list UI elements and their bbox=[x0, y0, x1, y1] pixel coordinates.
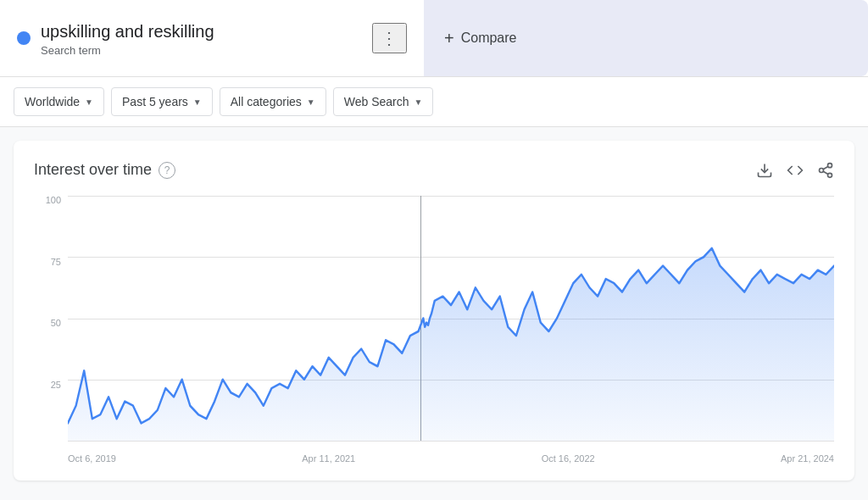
chevron-down-icon: ▼ bbox=[193, 97, 202, 107]
svg-point-2 bbox=[820, 168, 824, 172]
y-label-75: 75 bbox=[51, 258, 61, 267]
search-term-left: upskilling and reskilling Search term bbox=[17, 20, 214, 57]
download-button[interactable] bbox=[756, 162, 773, 179]
y-label-25: 25 bbox=[51, 381, 61, 390]
blue-dot-indicator bbox=[17, 31, 31, 45]
chevron-down-icon: ▼ bbox=[85, 97, 93, 107]
search-term-type: Search term bbox=[41, 44, 214, 57]
chevron-down-icon: ▼ bbox=[414, 97, 422, 107]
x-label-1: Oct 6, 2019 bbox=[68, 453, 116, 464]
x-label-3: Oct 16, 2022 bbox=[542, 453, 595, 464]
filter-time-label: Past 5 years bbox=[122, 95, 188, 108]
filter-search-type[interactable]: Web Search ▼ bbox=[333, 87, 434, 116]
share-button[interactable] bbox=[817, 162, 834, 179]
filter-region-label: Worldwide bbox=[25, 95, 80, 108]
search-term-card: upskilling and reskilling Search term ⋮ bbox=[0, 0, 424, 76]
chart-title: Interest over time bbox=[34, 161, 152, 179]
svg-point-1 bbox=[828, 163, 832, 167]
y-label-50: 50 bbox=[51, 319, 61, 328]
compare-section: + Compare bbox=[424, 0, 868, 76]
top-section: upskilling and reskilling Search term ⋮ … bbox=[0, 0, 868, 77]
chart-section: Interest over time ? bbox=[14, 141, 854, 481]
filter-category-label: All categories bbox=[231, 95, 302, 108]
y-label-100: 100 bbox=[46, 196, 61, 205]
filters-bar: Worldwide ▼ Past 5 years ▼ All categorie… bbox=[0, 77, 868, 127]
chart-actions bbox=[756, 162, 834, 179]
search-term-title: upskilling and reskilling bbox=[41, 20, 214, 42]
chart-title-area: Interest over time ? bbox=[34, 161, 175, 179]
chevron-down-icon: ▼ bbox=[307, 97, 315, 107]
compare-plus-icon: + bbox=[444, 29, 454, 48]
compare-label: Compare bbox=[461, 31, 517, 46]
x-labels: Oct 6, 2019 Apr 11, 2021 Oct 16, 2022 Ap… bbox=[68, 442, 834, 467]
svg-line-4 bbox=[823, 171, 828, 174]
chart-svg bbox=[68, 196, 834, 441]
filter-time[interactable]: Past 5 years ▼ bbox=[111, 87, 213, 116]
chart-container: 100 75 50 25 bbox=[34, 196, 834, 467]
svg-point-3 bbox=[828, 173, 832, 177]
embed-button[interactable] bbox=[787, 162, 804, 179]
filter-region[interactable]: Worldwide ▼ bbox=[14, 87, 104, 116]
x-label-2: Apr 11, 2021 bbox=[302, 453, 355, 464]
help-icon[interactable]: ? bbox=[159, 162, 175, 179]
x-label-4: Apr 21, 2024 bbox=[781, 453, 834, 464]
search-term-text: upskilling and reskilling Search term bbox=[41, 20, 214, 57]
filter-search-type-label: Web Search bbox=[344, 95, 409, 108]
chart-header: Interest over time ? bbox=[34, 161, 834, 179]
chart-y-axis: 100 75 50 25 bbox=[34, 196, 68, 442]
chart-plot-area bbox=[68, 196, 834, 442]
compare-button[interactable]: + Compare bbox=[444, 29, 517, 48]
svg-line-5 bbox=[823, 166, 828, 169]
filter-category[interactable]: All categories ▼ bbox=[220, 87, 326, 116]
more-options-button[interactable]: ⋮ bbox=[372, 23, 407, 53]
